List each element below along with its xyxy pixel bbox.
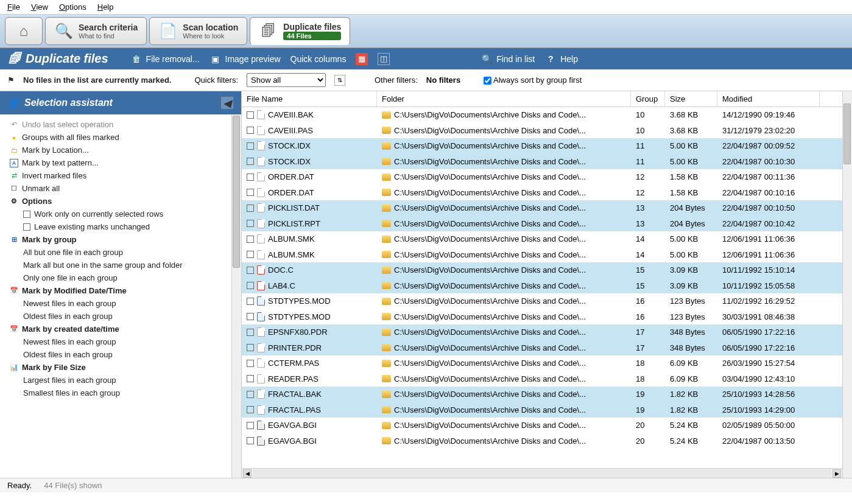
undo-select-button[interactable]: ↶Undo last select operation bbox=[2, 118, 229, 131]
row-checkbox[interactable] bbox=[247, 282, 254, 289]
col-header-size[interactable]: Size bbox=[665, 91, 717, 107]
tab-duplicate-files[interactable]: 🗐 Duplicate files 44 Files bbox=[250, 17, 350, 45]
swap-filter-button[interactable]: ⇅ bbox=[334, 75, 345, 86]
file-row[interactable]: READER.PASC:\Users\DigVo\Documents\Archi… bbox=[242, 371, 842, 387]
quick-filters-select[interactable]: Show all bbox=[247, 73, 326, 87]
file-row[interactable]: CAVEIII.BAKC:\Users\DigVo\Documents\Arch… bbox=[242, 107, 842, 123]
file-list-scrollbar[interactable] bbox=[842, 91, 852, 478]
always-sort-checkbox[interactable]: Always sort by group first bbox=[484, 75, 582, 85]
file-row[interactable]: EGAVGA.BGIC:\Users\DigVo\Documents\Archi… bbox=[242, 433, 842, 449]
file-row[interactable]: PRINTER.PDRC:\Users\DigVo\Documents\Arch… bbox=[242, 340, 842, 356]
created-newest-button[interactable]: Newest files in each group bbox=[2, 335, 229, 348]
find-in-list-button[interactable]: 🔍 Find in list bbox=[481, 53, 535, 65]
file-row[interactable]: CAVEIII.PASC:\Users\DigVo\Documents\Arch… bbox=[242, 123, 842, 139]
invert-marked-button[interactable]: ⇄Invert marked files bbox=[2, 169, 229, 182]
scroll-left-arrow[interactable]: ◀ bbox=[243, 469, 252, 478]
file-row[interactable]: FRACTAL.PASC:\Users\DigVo\Documents\Arch… bbox=[242, 402, 842, 418]
help-button[interactable]: ? Help bbox=[544, 53, 578, 65]
groups-all-marked-button[interactable]: ●Groups with all files marked bbox=[2, 131, 229, 144]
size-cell: 348 Bytes bbox=[665, 326, 717, 338]
menu-help[interactable]: Help bbox=[97, 2, 114, 12]
file-row[interactable]: STOCK.IDXC:\Users\DigVo\Documents\Archiv… bbox=[242, 154, 842, 170]
always-sort-input[interactable] bbox=[484, 77, 491, 85]
group-cell: 11 bbox=[631, 155, 665, 168]
smallest-button[interactable]: Smallest files in each group bbox=[2, 387, 229, 399]
row-checkbox[interactable] bbox=[247, 158, 254, 165]
file-row[interactable]: LAB4.CC:\Users\DigVo\Documents\Archive D… bbox=[242, 278, 842, 294]
file-row[interactable]: ORDER.DATC:\Users\DigVo\Documents\Archiv… bbox=[242, 169, 842, 185]
file-row[interactable]: EPSNFX80.PDRC:\Users\DigVo\Documents\Arc… bbox=[242, 324, 842, 340]
checkbox-icon[interactable] bbox=[23, 223, 30, 231]
file-removal-button[interactable]: 🗑 File removal... bbox=[130, 53, 200, 65]
file-row[interactable]: DOC.CC:\Users\DigVo\Documents\Archive Di… bbox=[242, 262, 842, 278]
file-row[interactable]: PICKLIST.DATC:\Users\DigVo\Documents\Arc… bbox=[242, 200, 842, 216]
horizontal-scrollbar[interactable]: ◀ ▶ bbox=[242, 468, 842, 478]
modified-oldest-button[interactable]: Oldest files in each group bbox=[2, 310, 229, 323]
file-row[interactable]: STDTYPES.MODC:\Users\DigVo\Documents\Arc… bbox=[242, 309, 842, 325]
file-row[interactable]: ORDER.DATC:\Users\DigVo\Documents\Archiv… bbox=[242, 185, 842, 201]
file-row[interactable]: STDTYPES.MODC:\Users\DigVo\Documents\Arc… bbox=[242, 293, 842, 309]
row-checkbox[interactable] bbox=[247, 251, 254, 258]
col-header-group[interactable]: Group bbox=[631, 91, 665, 107]
row-checkbox[interactable] bbox=[247, 329, 254, 336]
row-checkbox[interactable] bbox=[247, 313, 254, 320]
menu-options[interactable]: Options bbox=[59, 2, 86, 12]
size-cell: 5.00 KB bbox=[665, 233, 717, 245]
collapse-sidebar-button[interactable]: ◀ bbox=[220, 96, 234, 110]
all-but-one-same-folder-button[interactable]: Mark all but one in the same group and f… bbox=[2, 259, 229, 271]
file-row[interactable]: ALBUM.SMKC:\Users\DigVo\Documents\Archiv… bbox=[242, 231, 842, 247]
file-row[interactable]: STOCK.IDXC:\Users\DigVo\Documents\Archiv… bbox=[242, 138, 842, 154]
row-checkbox[interactable] bbox=[247, 375, 254, 382]
row-checkbox[interactable] bbox=[247, 406, 254, 413]
row-checkbox[interactable] bbox=[247, 142, 254, 150]
row-checkbox[interactable] bbox=[247, 220, 254, 227]
column-view-grid-button[interactable]: ▦ bbox=[356, 53, 368, 65]
row-checkbox[interactable] bbox=[247, 298, 254, 305]
file-row[interactable]: PICKLIST.RPTC:\Users\DigVo\Documents\Arc… bbox=[242, 216, 842, 232]
row-checkbox[interactable] bbox=[247, 437, 254, 444]
opt-leave-marks[interactable]: Leave existing marks unchanged bbox=[2, 220, 229, 233]
menu-view[interactable]: View bbox=[31, 2, 48, 12]
group-cell: 17 bbox=[631, 341, 665, 354]
file-row[interactable]: FRACTAL.BAKC:\Users\DigVo\Documents\Arch… bbox=[242, 387, 842, 402]
mark-by-text-button[interactable]: AMark by text pattern... bbox=[2, 156, 229, 169]
scroll-right-arrow[interactable]: ▶ bbox=[833, 469, 841, 478]
largest-button[interactable]: Largest files in each group bbox=[2, 374, 229, 387]
row-checkbox[interactable] bbox=[247, 189, 254, 196]
row-checkbox[interactable] bbox=[247, 267, 254, 274]
col-header-folder[interactable]: Folder bbox=[377, 91, 631, 107]
search-icon: 🔍 bbox=[481, 53, 493, 65]
sidebar-scrollbar[interactable] bbox=[231, 114, 241, 478]
row-checkbox[interactable] bbox=[247, 344, 254, 351]
file-row[interactable]: ALBUM.SMKC:\Users\DigVo\Documents\Archiv… bbox=[242, 247, 842, 263]
image-preview-button[interactable]: ▣ Image preview bbox=[209, 53, 281, 65]
checkbox-icon[interactable] bbox=[23, 211, 30, 218]
file-row[interactable]: EGAVGA.BGIC:\Users\DigVo\Documents\Archi… bbox=[242, 418, 842, 433]
row-checkbox[interactable] bbox=[247, 360, 254, 367]
gear-icon: ⚙ bbox=[10, 197, 18, 206]
opt-work-selected[interactable]: Work only on currently selected rows bbox=[2, 208, 229, 220]
tab-home[interactable]: ⌂ bbox=[5, 17, 43, 45]
row-checkbox[interactable] bbox=[247, 422, 254, 429]
row-checkbox[interactable] bbox=[247, 236, 254, 243]
column-view-detail-button[interactable]: ◫ bbox=[378, 53, 390, 65]
col-header-name[interactable]: File Name bbox=[242, 91, 377, 107]
row-checkbox[interactable] bbox=[247, 173, 254, 181]
tab-search-criteria[interactable]: 🔍 Search criteria What to find bbox=[45, 17, 147, 45]
created-oldest-button[interactable]: Oldest files in each group bbox=[2, 348, 229, 361]
tab-duplicates-title: Duplicate files bbox=[283, 22, 341, 32]
row-checkbox[interactable] bbox=[247, 391, 254, 398]
modified-newest-button[interactable]: Newest files in each group bbox=[2, 297, 229, 310]
mark-by-location-button[interactable]: 🗀Mark by Location... bbox=[2, 144, 229, 156]
col-header-modified[interactable]: Modified bbox=[717, 91, 820, 107]
row-checkbox[interactable] bbox=[247, 111, 254, 119]
tab-scan-location[interactable]: 📄 Scan location Where to look bbox=[149, 17, 247, 45]
all-but-one-button[interactable]: All but one file in each group bbox=[2, 246, 229, 259]
unmark-all-button[interactable]: ☐Unmark all bbox=[2, 182, 229, 195]
row-checkbox[interactable] bbox=[247, 127, 254, 134]
scroll-track[interactable] bbox=[253, 469, 831, 478]
only-one-button[interactable]: Only one file in each group bbox=[2, 271, 229, 284]
menu-file[interactable]: File bbox=[7, 2, 20, 12]
row-checkbox[interactable] bbox=[247, 205, 254, 212]
file-row[interactable]: CCTERM.PASC:\Users\DigVo\Documents\Archi… bbox=[242, 355, 842, 371]
